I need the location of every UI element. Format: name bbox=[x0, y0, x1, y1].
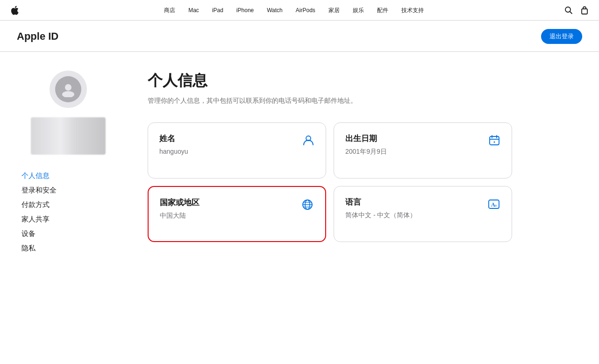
page-title: Apple ID bbox=[17, 30, 58, 43]
svg-text:a: a bbox=[495, 203, 497, 207]
calendar-icon bbox=[488, 134, 500, 148]
avatar bbox=[50, 71, 87, 108]
nav-item-support[interactable]: 技术支持 bbox=[395, 0, 430, 21]
svg-point-10 bbox=[494, 142, 495, 143]
card-birthday[interactable]: 出生日期 2001年9月9日 bbox=[334, 122, 512, 178]
sidebar-item-devices[interactable]: 设备 bbox=[21, 227, 120, 241]
person-icon bbox=[302, 134, 314, 148]
card-country-value: 中国大陆 bbox=[160, 212, 200, 220]
nav-item-accessories[interactable]: 配件 bbox=[371, 0, 395, 21]
nav-item-iphone[interactable]: iPhone bbox=[230, 0, 260, 21]
card-birthday-text-group: 出生日期 2001年9月9日 bbox=[345, 133, 387, 156]
search-icon[interactable] bbox=[564, 6, 573, 14]
card-birthday-top: 出生日期 2001年9月9日 bbox=[345, 133, 500, 156]
main-layout: 个人信息 登录和安全 付款方式 家人共享 设备 隐私 个人信息 管理你的个人信息… bbox=[0, 52, 599, 274]
nav-item-airpods[interactable]: AirPods bbox=[289, 0, 322, 21]
svg-line-1 bbox=[570, 11, 572, 14]
nav-item-ipad[interactable]: iPad bbox=[206, 0, 230, 21]
nav-icons-group bbox=[564, 6, 589, 14]
cards-grid: 姓名 hanguoyu 出生日期 2001年9月 bbox=[148, 122, 512, 242]
card-language-title: 语言 bbox=[345, 197, 416, 207]
sidebar-item-payment[interactable]: 付款方式 bbox=[21, 198, 120, 212]
user-avatar-icon bbox=[60, 81, 76, 97]
card-language-value: 简体中文 - 中文（简体） bbox=[345, 211, 416, 220]
nav-item-home[interactable]: 家居 bbox=[322, 0, 346, 21]
card-name-top: 姓名 hanguoyu bbox=[159, 133, 314, 155]
card-country-text-group: 国家或地区 中国大陆 bbox=[160, 197, 200, 220]
bag-icon[interactable] bbox=[580, 6, 589, 14]
svg-point-3 bbox=[65, 84, 71, 91]
nav-item-watch[interactable]: Watch bbox=[260, 0, 289, 21]
svg-point-0 bbox=[565, 7, 570, 12]
card-birthday-value: 2001年9月9日 bbox=[345, 148, 387, 156]
svg-rect-2 bbox=[582, 9, 587, 14]
sidebar-item-privacy[interactable]: 隐私 bbox=[21, 241, 120, 256]
nav-item-entertainment[interactable]: 娱乐 bbox=[346, 0, 371, 21]
sidebar: 个人信息 登录和安全 付款方式 家人共享 设备 隐私 bbox=[17, 71, 120, 256]
card-country[interactable]: 国家或地区 中国大陆 bbox=[148, 186, 326, 242]
avatar-blur-placeholder bbox=[31, 117, 106, 155]
svg-point-4 bbox=[62, 91, 74, 97]
card-language-text-group: 语言 简体中文 - 中文（简体） bbox=[345, 197, 416, 220]
card-name[interactable]: 姓名 hanguoyu bbox=[148, 122, 326, 178]
content-desc: 管理你的个人信息，其中包括可以联系到你的电话号码和电子邮件地址。 bbox=[148, 96, 582, 106]
card-birthday-title: 出生日期 bbox=[345, 133, 387, 144]
content-area: 个人信息 管理你的个人信息，其中包括可以联系到你的电话号码和电子邮件地址。 姓名… bbox=[120, 71, 582, 256]
card-language-top: 语言 简体中文 - 中文（简体） A a bbox=[345, 197, 500, 220]
page-header: Apple ID 退出登录 bbox=[0, 21, 599, 52]
sidebar-nav: 个人信息 登录和安全 付款方式 家人共享 设备 隐私 bbox=[17, 169, 120, 256]
nav-items-list: 商店 Mac iPad iPhone Watch AirPods 家居 娱乐 配… bbox=[23, 0, 564, 21]
nav-item-shop[interactable]: 商店 bbox=[157, 0, 182, 21]
sidebar-item-personal[interactable]: 个人信息 bbox=[21, 169, 120, 183]
nav-item-mac[interactable]: Mac bbox=[182, 0, 206, 21]
globe-icon bbox=[301, 198, 314, 213]
top-nav: 商店 Mac iPad iPhone Watch AirPods 家居 娱乐 配… bbox=[0, 0, 599, 21]
svg-rect-6 bbox=[490, 136, 499, 145]
avatar-inner bbox=[55, 76, 81, 102]
language-icon: A a bbox=[487, 198, 500, 213]
card-country-top: 国家或地区 中国大陆 bbox=[160, 197, 314, 220]
card-language[interactable]: 语言 简体中文 - 中文（简体） A a bbox=[334, 186, 512, 242]
content-title: 个人信息 bbox=[148, 71, 582, 91]
card-country-title: 国家或地区 bbox=[160, 197, 200, 208]
card-name-title: 姓名 bbox=[159, 133, 188, 144]
sidebar-item-login-security[interactable]: 登录和安全 bbox=[21, 183, 120, 198]
sidebar-item-family-sharing[interactable]: 家人共享 bbox=[21, 212, 120, 227]
card-name-text-group: 姓名 hanguoyu bbox=[159, 133, 188, 155]
logout-button[interactable]: 退出登录 bbox=[541, 29, 582, 44]
card-name-value: hanguoyu bbox=[159, 148, 188, 155]
apple-logo-icon[interactable] bbox=[10, 5, 19, 15]
